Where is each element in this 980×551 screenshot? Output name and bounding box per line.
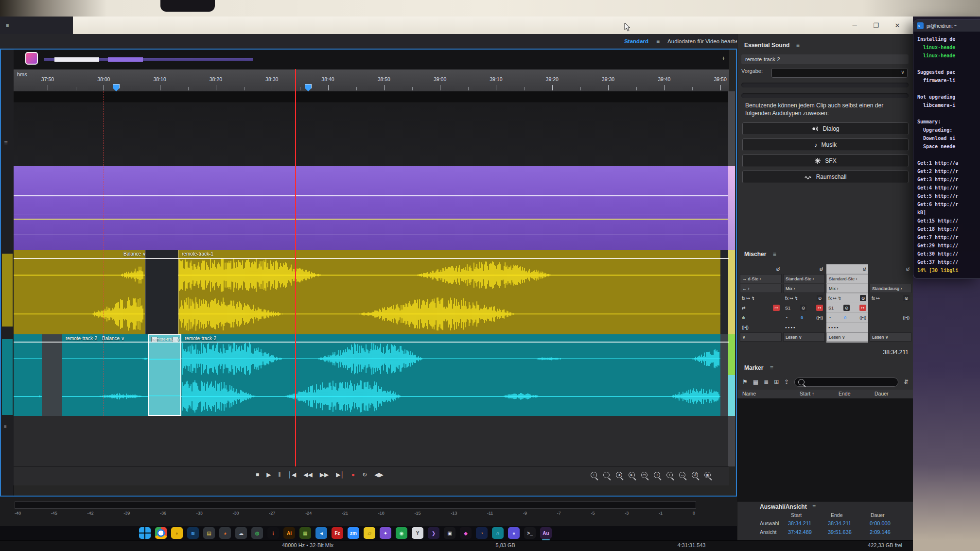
output-route-dropdown[interactable]: Standard-Ste › (783, 274, 825, 283)
sort-icon[interactable]: ⇵ (904, 379, 909, 385)
pan-knob-row[interactable]: ◔0(|•|) (783, 313, 825, 322)
automation-dropdown[interactable]: Lesen ∨ (783, 332, 825, 342)
envelope-selector-dropdown[interactable]: Balance ∨ (102, 336, 124, 341)
envelope-line[interactable] (14, 214, 729, 214)
taskbar-firefox-icon[interactable]: ◔ (476, 527, 488, 539)
terminal-titlebar[interactable]: >_ pi@heidrun: ~ (913, 20, 980, 32)
taskbar-filezilla-icon[interactable]: Fz (332, 527, 343, 539)
track-purple[interactable] (14, 166, 729, 250)
track-remote-track-1[interactable]: remote-track-1 Balance ∨ (14, 250, 729, 334)
preset-dropdown[interactable] (771, 68, 908, 78)
power-icon[interactable]: ⊙ (800, 305, 806, 311)
close-button[interactable]: ✕ (887, 17, 908, 34)
panel-menu-icon[interactable]: ≡ (773, 251, 776, 258)
zoom-tool-icon[interactable]: ↔ (679, 472, 685, 478)
envelope-line[interactable] (14, 235, 729, 235)
power-icon[interactable]: ⊙ (817, 295, 823, 301)
taskbar-wave-browser-icon[interactable]: ≋ (187, 527, 199, 539)
taskbar-notes-icon[interactable]: ▱ (364, 527, 375, 539)
taskbar-clock-app-icon[interactable]: Y (412, 527, 423, 539)
solo-row[interactable]: S1⊙↦ (783, 303, 825, 312)
mute-icon[interactable]: Ø (906, 267, 910, 272)
zoom-tool-icon[interactable]: − (603, 472, 610, 478)
envelope-line-volume[interactable] (14, 219, 729, 219)
media-overview-bar[interactable] (44, 58, 253, 61)
mix-route-dropdown[interactable]: Mix › (826, 284, 868, 293)
audio-clip[interactable] (14, 250, 145, 334)
skip-selection-button[interactable]: ◀▶ (374, 471, 383, 478)
taskbar-chat-icon[interactable]: ◗ (171, 527, 183, 539)
taskbar-start-icon[interactable] (139, 527, 151, 539)
selected-audio-clip[interactable]: remote-tra… ∨ (148, 334, 181, 416)
marker-list-icon[interactable]: ≣ (764, 379, 769, 385)
terminal-window[interactable]: >_ pi@heidrun: ~ Installing de linux-hea… (913, 19, 980, 279)
envelope-selector-dropdown[interactable]: Balance ∨ (123, 251, 146, 257)
taskbar-app-green-icon[interactable]: ◉ (396, 527, 407, 539)
marker-search-input[interactable] (794, 378, 898, 387)
zoom-tool-icon[interactable]: ◄ (616, 472, 622, 478)
envelope-line[interactable] (14, 342, 729, 342)
master-output-dropdown[interactable]: Standardausg › (870, 284, 911, 293)
marker-list-empty[interactable] (737, 398, 913, 501)
audiotype-dialog-button[interactable]: Dialog (742, 122, 909, 135)
workspace-menu-icon[interactable]: ≡ (656, 38, 660, 45)
panel-menu-icon[interactable]: ≡ (4, 424, 7, 429)
mute-icon[interactable]: Ø (863, 267, 866, 272)
panel-menu-icon[interactable]: ≡ (770, 364, 773, 371)
fast-forward-button[interactable]: ▶▶ (320, 471, 329, 478)
fader-row[interactable]: ▪ ▪ ▪ ▪ (826, 323, 868, 332)
zoom-tool-icon[interactable]: + (591, 472, 597, 478)
rewind-button[interactable]: ◀◀ (303, 471, 312, 478)
minimize-button[interactable]: ─ (844, 17, 865, 34)
taskbar-onedrive-icon[interactable]: ☁ (235, 527, 247, 539)
mixer-strip-3-selected[interactable]: Ø Standard-Ste › Mix › fx ↦ ↯⊙ S1⊙↦ ◔0(|… (826, 264, 868, 343)
workspace-tab-standard[interactable]: Standard (624, 38, 648, 44)
selection-duration-value[interactable]: 0:00.000 (870, 520, 891, 526)
pan-knob-row[interactable]: ◔0(|•|) (826, 313, 868, 322)
envelope-line[interactable] (14, 195, 729, 196)
column-dauer[interactable]: Dauer (875, 391, 889, 396)
maximize-button[interactable]: ❐ (865, 17, 887, 34)
solo-row[interactable]: ⇄↦ (740, 303, 782, 312)
taskbar-vscode-icon[interactable]: ◄ (315, 527, 327, 539)
fx-row[interactable]: fx ↦ ↯⊙ (826, 293, 868, 303)
zoom-tool-icon[interactable]: › (666, 472, 673, 478)
monitor-input-icon[interactable]: ↦ (816, 305, 823, 311)
column-start[interactable]: Start ↑ (800, 391, 814, 396)
pan-row[interactable]: (|•|) (740, 323, 782, 332)
playhead-line[interactable] (295, 69, 296, 466)
export-marker-icon[interactable]: ⇪ (784, 379, 789, 385)
taskbar-copilot-icon[interactable]: ❯ (428, 527, 439, 539)
audiotype-musik-button[interactable]: ♪ Musik (742, 138, 909, 151)
playhead-marker-icon[interactable] (305, 84, 312, 91)
audiotype-sfx-button[interactable]: SFX (742, 155, 909, 167)
chevron-down-icon[interactable]: ∨ (901, 69, 905, 75)
view-start-value[interactable]: 37:42.489 (788, 529, 812, 535)
monitor-input-icon[interactable]: ↦ (773, 305, 780, 311)
output-route-dropdown[interactable]: Standard-Ste › (826, 274, 868, 283)
mute-icon[interactable]: Ø (820, 267, 823, 272)
taskbar-zoom-icon[interactable]: zm (348, 527, 359, 539)
taskbar-file-explorer-icon[interactable]: ▤ (203, 527, 215, 539)
add-marker-icon[interactable]: ⚑ (742, 379, 748, 385)
pause-button[interactable]: ‖ (278, 471, 280, 478)
view-duration-value[interactable]: 2:09.146 (870, 529, 891, 535)
taskbar-illustrator-icon[interactable]: Ai (283, 527, 295, 539)
output-route-dropdown[interactable]: ← › (740, 284, 782, 293)
workspace-tab-audiodaten[interactable]: Audiodaten für Video bearbeiten (667, 38, 748, 44)
taskbar-app-violet-icon[interactable]: ● (508, 527, 520, 539)
column-name[interactable]: Name (742, 391, 756, 396)
zoom-tool-icon[interactable]: ↺ (692, 472, 698, 478)
automation-dropdown[interactable]: ∨ (740, 332, 782, 342)
mute-icon[interactable]: Ø (776, 267, 780, 272)
monitor-input-icon[interactable]: ↦ (859, 305, 866, 311)
taskbar-app-purple-icon[interactable]: ✦ (380, 527, 391, 539)
stop-button[interactable]: ■ (256, 471, 259, 478)
fx-row[interactable]: fx ↦⊙ (870, 293, 911, 303)
input-route-dropdown[interactable]: → d-Ste › (740, 274, 782, 283)
taskbar-app-green-ring-icon[interactable]: ◍ (251, 527, 263, 539)
panel-menu-icon[interactable]: ≡ (796, 42, 800, 49)
empty-track-area-top[interactable] (14, 91, 729, 166)
envelope-line[interactable] (14, 258, 729, 258)
audio-clip-remote-track-2b[interactable]: remote-track-2 (181, 334, 720, 416)
